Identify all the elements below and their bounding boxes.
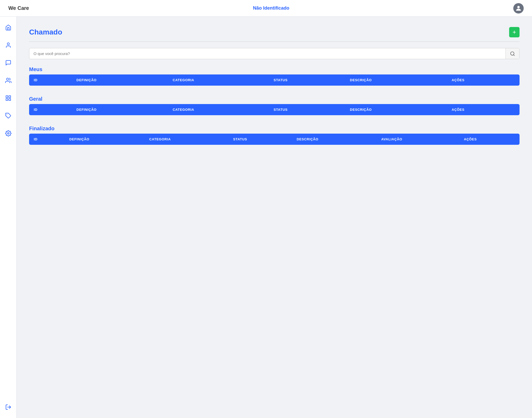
section-finalizado: Finalizado ID DEFINIÇÃO CATEGORIA STATUS… — [29, 126, 520, 145]
table-meus: ID DEFINIÇÃO CATEGORIA STATUS DESCRIÇÃO … — [29, 74, 520, 86]
col-meus-categoria: CATEGORIA — [168, 74, 269, 86]
col-finalizado-avaliacao: AVALIAÇÃO — [376, 134, 459, 145]
col-geral-definicao: DEFINIÇÃO — [72, 104, 168, 115]
svg-point-1 — [7, 43, 9, 45]
page-header: Chamado + — [29, 27, 520, 37]
table-geral: ID DEFINIÇÃO CATEGORIA STATUS DESCRIÇÃO … — [29, 104, 520, 115]
svg-line-11 — [514, 54, 515, 56]
group-icon[interactable] — [4, 76, 13, 85]
col-geral-descricao: DESCRIÇÃO — [345, 104, 447, 115]
header-divider — [29, 42, 520, 42]
svg-point-2 — [6, 78, 9, 80]
col-meus-definicao: DEFINIÇÃO — [72, 74, 168, 86]
svg-rect-4 — [9, 96, 11, 98]
col-finalizado-status: STATUS — [228, 134, 292, 145]
section-geral-title: Geral — [29, 96, 520, 102]
section-meus-title: Meus — [29, 66, 520, 72]
svg-rect-5 — [9, 99, 11, 100]
page-title: Chamado — [29, 28, 62, 36]
search-button[interactable] — [506, 48, 519, 59]
section-geral: Geral ID DEFINIÇÃO CATEGORIA STATUS DESC… — [29, 96, 520, 115]
table-meus-header-row: ID DEFINIÇÃO CATEGORIA STATUS DESCRIÇÃO … — [29, 74, 520, 86]
col-finalizado-id: ID — [29, 134, 65, 145]
svg-point-8 — [8, 133, 9, 134]
home-icon[interactable] — [4, 23, 13, 32]
user-status: Não Identificado — [253, 5, 289, 11]
table-geral-head: ID DEFINIÇÃO CATEGORIA STATUS DESCRIÇÃO … — [29, 104, 520, 115]
main-content: Chamado + Meus ID DEFINIÇÃO CATEGORIA ST… — [17, 17, 532, 418]
col-finalizado-categoria: CATEGORIA — [145, 134, 229, 145]
user-icon[interactable] — [4, 40, 13, 50]
col-geral-status: STATUS — [269, 104, 345, 115]
col-finalizado-definicao: DEFINIÇÃO — [65, 134, 145, 145]
col-meus-acoes: AÇÕES — [447, 74, 520, 86]
col-geral-id: ID — [29, 104, 72, 115]
search-input[interactable] — [29, 48, 506, 59]
avatar[interactable] — [513, 3, 524, 13]
table-finalizado: ID DEFINIÇÃO CATEGORIA STATUS DESCRIÇÃO … — [29, 134, 520, 145]
brand-name: We Care — [8, 5, 29, 11]
svg-rect-6 — [6, 99, 8, 100]
settings-icon[interactable] — [4, 129, 13, 138]
table-meus-head: ID DEFINIÇÃO CATEGORIA STATUS DESCRIÇÃO … — [29, 74, 520, 86]
col-meus-status: STATUS — [269, 74, 345, 86]
chat-icon[interactable] — [4, 58, 13, 67]
table-geral-header-row: ID DEFINIÇÃO CATEGORIA STATUS DESCRIÇÃO … — [29, 104, 520, 115]
col-finalizado-descricao: DESCRIÇÃO — [292, 134, 377, 145]
col-meus-id: ID — [29, 74, 72, 86]
col-meus-descricao: DESCRIÇÃO — [345, 74, 447, 86]
section-finalizado-title: Finalizado — [29, 126, 520, 132]
col-geral-acoes: AÇÕES — [447, 104, 520, 115]
add-button[interactable]: + — [509, 27, 520, 37]
table-finalizado-header-row: ID DEFINIÇÃO CATEGORIA STATUS DESCRIÇÃO … — [29, 134, 520, 145]
col-finalizado-acoes: AÇÕES — [459, 134, 520, 145]
search-container — [29, 48, 520, 59]
grid-icon[interactable] — [4, 93, 13, 103]
sidebar — [0, 17, 17, 418]
topnav: We Care Não Identificado — [0, 0, 532, 17]
section-meus: Meus ID DEFINIÇÃO CATEGORIA STATUS DESCR… — [29, 66, 520, 86]
tag-icon[interactable] — [4, 111, 13, 120]
logout-icon[interactable] — [4, 402, 13, 412]
svg-point-0 — [517, 6, 520, 8]
svg-rect-3 — [6, 96, 8, 98]
table-finalizado-head: ID DEFINIÇÃO CATEGORIA STATUS DESCRIÇÃO … — [29, 134, 520, 145]
search-icon — [510, 51, 515, 56]
col-geral-categoria: CATEGORIA — [168, 104, 269, 115]
